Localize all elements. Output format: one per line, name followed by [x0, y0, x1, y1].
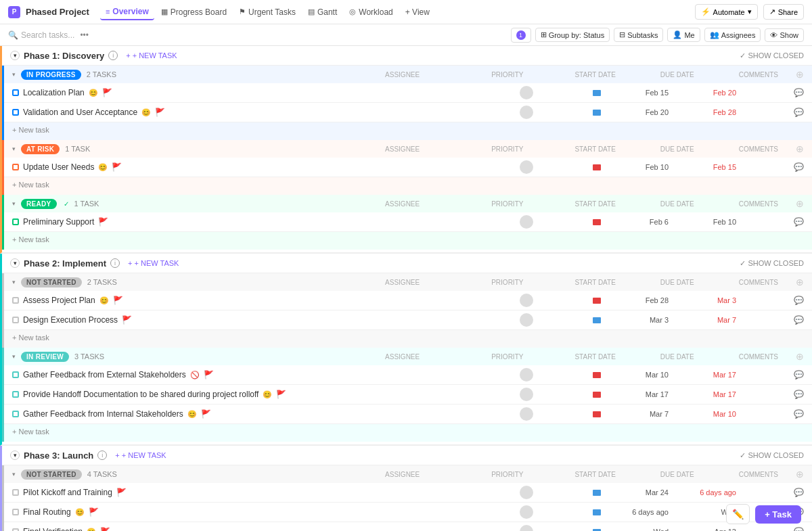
notstarted-collapse-icon[interactable]: ▾ — [12, 279, 16, 285]
app-logo: P — [8, 6, 20, 18]
task-checkbox[interactable] — [12, 489, 19, 496]
comment-icon: 💬 — [794, 488, 804, 497]
phase1-collapse-btn[interactable]: ▾ — [10, 51, 20, 60]
comment-icon: 💬 — [794, 527, 804, 531]
due-date-cell: Mar 17 — [669, 390, 736, 398]
inprogress-collapse-icon[interactable]: ▾ — [12, 71, 16, 78]
task-checkbox[interactable] — [12, 109, 19, 116]
notstarted-badge: NOT STARTED — [21, 277, 82, 287]
priority-cell — [533, 411, 601, 417]
add-task-button[interactable]: + Task — [755, 505, 801, 524]
task-checkbox[interactable] — [12, 371, 19, 378]
task-checkbox[interactable] — [12, 528, 19, 531]
nav-overview[interactable]: ≡ Overview — [100, 4, 154, 20]
due-date-cell: Mar 7 — [669, 316, 736, 324]
phase3-info-icon[interactable]: i — [97, 451, 107, 460]
task-name-cell: Final Routing 😊 🚩 — [12, 507, 466, 517]
task-checkbox[interactable] — [12, 391, 19, 398]
me-button[interactable]: 👤 Me — [667, 28, 700, 42]
phase1-info-icon[interactable]: i — [108, 51, 118, 60]
phase2-inreview-group: ▾ IN REVIEW 3 TASKS ASSIGNEE PRIORITY ST… — [2, 348, 812, 442]
share-button[interactable]: ↗ Share — [763, 4, 804, 20]
nav-urgent-tasks[interactable]: ⚑ Urgent Tasks — [233, 5, 301, 20]
table-row: Provide Handoff Documentation to be shar… — [4, 385, 812, 405]
add-task-link[interactable]: + New task — [12, 428, 49, 436]
phase1-new-task-btn[interactable]: + + NEW TASK — [122, 50, 181, 61]
phase2-new-task-plus: + — [128, 259, 132, 267]
nav-workload[interactable]: ◎ Workload — [344, 5, 398, 20]
task-name: Final Verification — [23, 527, 83, 531]
start-date: Mar 24 — [646, 488, 669, 497]
toolbar-more-icon[interactable]: ••• — [80, 30, 89, 40]
me-icon: 👤 — [673, 30, 682, 39]
ns3-collapse-icon[interactable]: ▾ — [12, 471, 16, 478]
priority-flag — [593, 490, 601, 496]
task-checkbox[interactable] — [12, 297, 19, 304]
notstarted-count: 2 TASKS — [87, 278, 117, 286]
nav-progress-board[interactable]: ▦ Progress Board — [156, 5, 232, 20]
priority-cell — [533, 110, 601, 116]
assignee-cell — [466, 313, 533, 327]
ns3-add-icon[interactable]: ⊕ — [796, 469, 804, 480]
ready-add-icon[interactable]: ⊕ — [796, 198, 804, 209]
ready-priority-header: PRIORITY — [491, 200, 523, 208]
avatar — [520, 106, 533, 119]
filter-button[interactable]: 1 — [511, 28, 531, 43]
phase2-show-closed-btn[interactable]: ✓ SHOW CLOSED — [740, 259, 804, 268]
phase3-show-closed-btn[interactable]: ✓ SHOW CLOSED — [740, 451, 804, 460]
add-task-link[interactable]: + New task — [12, 333, 49, 342]
ns2-add-icon[interactable]: ⊕ — [796, 277, 804, 287]
phase2-new-task-btn[interactable]: + + NEW TASK — [124, 258, 183, 269]
phase2-collapse-btn[interactable]: ▾ — [10, 258, 20, 268]
phase1-ready-header: ▾ READY ✓ 1 TASK ASSIGNEE PRIORITY START… — [4, 195, 812, 212]
search-box[interactable]: 🔍 Search tasks... — [8, 30, 74, 40]
ns3-start-header: START DATE — [574, 471, 615, 478]
assignee-cell — [466, 368, 533, 382]
add-task-link[interactable]: + New task — [12, 181, 49, 189]
task-checkbox[interactable] — [12, 218, 19, 225]
inprogress-add-icon[interactable]: ⊕ — [796, 69, 804, 80]
ready-collapse-icon[interactable]: ▾ — [12, 200, 16, 207]
checkmark-icon: ✓ — [740, 259, 746, 268]
phase3-collapse-btn[interactable]: ▾ — [10, 451, 20, 460]
edit-icon-button[interactable]: ✏️ — [726, 504, 750, 524]
task-checkbox[interactable] — [12, 411, 19, 417]
ready-check-icon: ✓ — [64, 200, 69, 208]
group-by-button[interactable]: ⊞ Group by: Status — [535, 28, 610, 42]
atrisk-add-icon[interactable]: ⊕ — [796, 143, 804, 154]
comment-icon: 💬 — [794, 88, 804, 97]
atrisk-collapse-icon[interactable]: ▾ — [12, 145, 16, 152]
table-row: Validation and User Acceptance 😊 🚩 Feb 2… — [4, 103, 812, 122]
add-task-link[interactable]: + New task — [12, 126, 49, 134]
start-date-cell: Feb 28 — [601, 296, 669, 304]
inreview-collapse-icon[interactable]: ▾ — [12, 353, 16, 360]
phase3-notstarted-header: ▾ NOT STARTED 4 TASKS ASSIGNEE PRIORITY … — [4, 465, 812, 483]
phase1-show-closed-btn[interactable]: ✓ SHOW CLOSED — [740, 51, 804, 60]
assignees-button[interactable]: 👥 Assignees — [704, 28, 761, 42]
show-button[interactable]: 👁 Show — [765, 28, 804, 42]
add-task-link[interactable]: + New task — [12, 235, 49, 244]
phase3-new-task-btn[interactable]: + + NEW TASK — [111, 450, 170, 461]
task-checkbox[interactable] — [12, 164, 19, 170]
task-name-cell: Provide Handoff Documentation to be shar… — [12, 390, 466, 399]
nav-gantt[interactable]: ▤ Gantt — [302, 5, 342, 20]
ir-priority-header: PRIORITY — [491, 353, 523, 361]
task-checkbox[interactable] — [12, 509, 19, 515]
ir-add-icon[interactable]: ⊕ — [796, 351, 804, 362]
automate-button[interactable]: ⚡ Automate ▾ — [695, 4, 758, 20]
priority-flag — [593, 392, 601, 398]
subtasks-button[interactable]: ⊟ Subtasks — [614, 28, 663, 42]
start-date: Mar 7 — [650, 410, 669, 418]
task-emoji: 😊 — [99, 296, 109, 305]
avatar — [520, 160, 533, 174]
due-date: Mar 7 — [717, 316, 736, 324]
phase2-info-icon[interactable]: i — [110, 258, 120, 268]
task-flag-icon: 🚩 — [112, 162, 122, 172]
filter-badge: 1 — [516, 30, 526, 40]
task-checkbox[interactable] — [12, 89, 19, 96]
nav-add-view[interactable]: + View — [400, 5, 435, 20]
task-checkbox[interactable] — [12, 317, 19, 323]
search-icon: 🔍 — [8, 30, 18, 40]
inprogress-badge: IN PROGRESS — [21, 70, 81, 80]
comment-icon: 💬 — [794, 370, 804, 379]
